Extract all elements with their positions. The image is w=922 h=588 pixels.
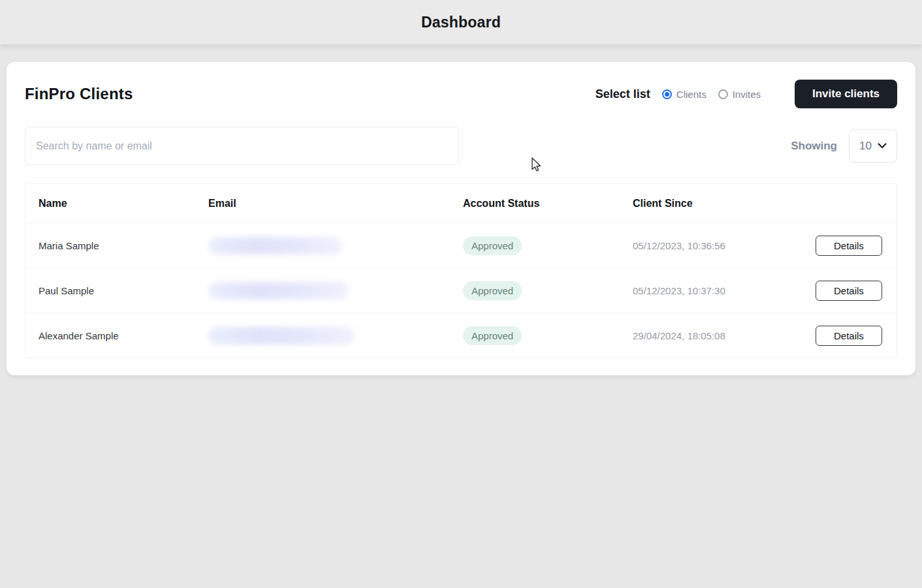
details-button[interactable]: Details bbox=[816, 236, 882, 256]
column-header-account-status: Account Status bbox=[463, 198, 633, 209]
column-header-client-since: Client Since bbox=[633, 198, 816, 209]
client-name: Paul Sample bbox=[39, 285, 208, 296]
card-top-row: FinPro Clients Select list Clients Invit… bbox=[25, 80, 897, 108]
client-name: Alexander Sample bbox=[39, 330, 208, 341]
table-controls-row: Showing 10 bbox=[25, 127, 897, 165]
radio-invites-label: Invites bbox=[733, 89, 761, 100]
table-header-row: Name Email Account Status Client Since bbox=[25, 184, 897, 223]
clients-table: Name Email Account Status Client Since M… bbox=[25, 183, 897, 358]
client-since-date: 05/12/2023, 10:36:56 bbox=[633, 240, 816, 251]
table-row: Alexander Sample Approved 29/04/2024, 18… bbox=[25, 313, 897, 358]
page-size-select[interactable]: 10 bbox=[849, 129, 897, 162]
client-since-date: 05/12/2023, 10:37:30 bbox=[633, 285, 816, 296]
pagination-controls: Showing 10 bbox=[791, 129, 897, 162]
chevron-down-icon bbox=[878, 143, 887, 149]
status-badge: Approved bbox=[463, 236, 522, 255]
column-header-email: Email bbox=[208, 198, 463, 209]
radio-clients-label: Clients bbox=[676, 89, 707, 100]
redacted-email bbox=[208, 237, 342, 255]
table-row: Paul Sample Approved 05/12/2023, 10:37:3… bbox=[25, 268, 897, 313]
page-size-value: 10 bbox=[859, 140, 872, 153]
card-title: FinPro Clients bbox=[25, 85, 133, 103]
clients-card: FinPro Clients Select list Clients Invit… bbox=[7, 62, 915, 375]
showing-label: Showing bbox=[791, 140, 837, 153]
page-title: Dashboard bbox=[421, 14, 501, 31]
redacted-email bbox=[208, 327, 355, 345]
status-badge: Approved bbox=[463, 326, 522, 345]
status-badge: Approved bbox=[463, 281, 522, 300]
list-radio-group: Clients Invites bbox=[662, 89, 761, 100]
details-button[interactable]: Details bbox=[816, 326, 882, 346]
app-header: Dashboard bbox=[0, 0, 922, 44]
client-name: Maria Sample bbox=[39, 240, 208, 251]
column-header-name: Name bbox=[39, 198, 208, 209]
radio-option-invites[interactable]: Invites bbox=[718, 89, 761, 100]
card-top-actions: Select list Clients Invites Invite clien… bbox=[596, 80, 897, 108]
select-list-label: Select list bbox=[596, 87, 650, 101]
search-input[interactable] bbox=[25, 127, 459, 165]
redacted-email bbox=[208, 282, 349, 300]
invite-clients-button[interactable]: Invite clients bbox=[795, 80, 897, 108]
client-since-date: 29/04/2024, 18:05:08 bbox=[633, 330, 816, 341]
radio-option-clients[interactable]: Clients bbox=[662, 89, 707, 100]
radio-selected-icon[interactable] bbox=[662, 89, 672, 99]
table-row: Maria Sample Approved 05/12/2023, 10:36:… bbox=[25, 223, 897, 268]
radio-unselected-icon[interactable] bbox=[718, 89, 728, 99]
details-button[interactable]: Details bbox=[816, 281, 882, 301]
